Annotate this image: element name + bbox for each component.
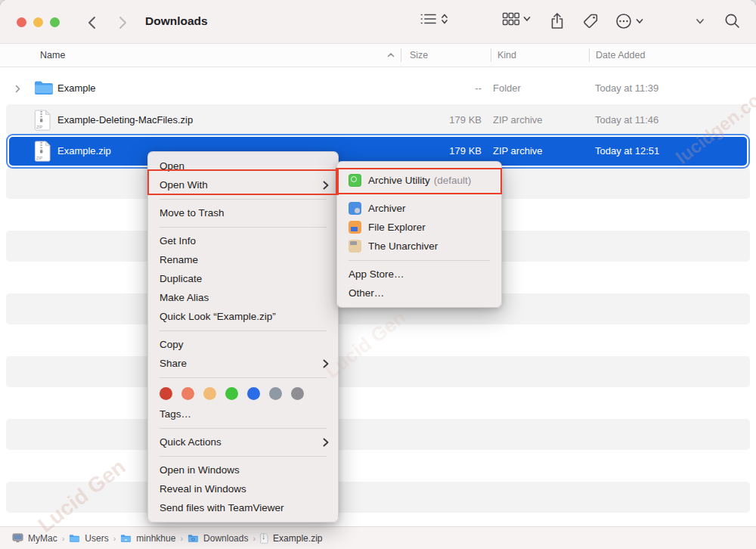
menu-item-copy[interactable]: Copy — [148, 335, 338, 354]
menu-item-send-files-teamviewer[interactable]: Send files with TeamViewer — [148, 498, 338, 517]
breadcrumb-separator: › — [180, 534, 183, 543]
menu-item-quick-actions[interactable]: Quick Actions — [148, 433, 338, 451]
file-date-added: Today at 11:46 — [595, 114, 658, 126]
tag-blue[interactable] — [247, 387, 260, 400]
forward-button[interactable] — [113, 13, 132, 33]
submenu-arrow-icon — [323, 438, 329, 447]
tag-orange[interactable] — [181, 387, 194, 400]
disclosure-chevron-icon[interactable] — [15, 85, 20, 93]
zip-file-icon: ZIP — [34, 110, 51, 131]
downloads-folder-icon — [187, 534, 199, 543]
tag-button[interactable] — [581, 12, 600, 30]
chevron-up-down-icon — [440, 12, 449, 26]
share-button[interactable] — [550, 12, 565, 30]
svg-text:ZIP: ZIP — [36, 156, 43, 160]
list-view-icon — [420, 12, 437, 26]
column-divider[interactable] — [491, 48, 491, 62]
zoom-button[interactable] — [50, 17, 60, 27]
group-by-button[interactable] — [502, 12, 531, 26]
menu-item-rename[interactable]: Rename — [148, 250, 338, 269]
chevron-right-icon — [119, 16, 127, 29]
column-header-size[interactable]: Size — [410, 50, 428, 60]
tag-gray-blue[interactable] — [269, 387, 282, 400]
submenu-item-other[interactable]: Other… — [337, 284, 501, 302]
search-button[interactable] — [723, 12, 741, 29]
tag-icon — [581, 12, 600, 30]
column-header-date-added[interactable]: Date Added — [596, 50, 645, 60]
file-row-example-deleting-macfiles-zip[interactable]: ZIP Example-Deleting-MacFiles.zip 179 KB… — [0, 104, 756, 136]
breadcrumb-separator: › — [253, 534, 256, 543]
tag-yellow[interactable] — [203, 387, 216, 400]
menu-separator — [160, 227, 327, 228]
column-header-kind[interactable]: Kind — [497, 50, 516, 60]
chevron-down-icon — [523, 16, 531, 22]
window-title: Downloads — [145, 14, 208, 28]
menu-item-move-to-trash[interactable]: Move to Trash — [148, 203, 338, 222]
folder-icon — [34, 79, 54, 96]
path-bar: MyMac › Users › minhkhue › Downloads › E… — [0, 526, 756, 549]
annotation-box-archive-utility — [336, 168, 502, 194]
menu-item-get-info[interactable]: Get Info — [148, 231, 338, 250]
file-name: Example.zip — [57, 145, 111, 157]
folder-icon — [69, 534, 80, 543]
breadcrumb-downloads[interactable]: Downloads — [187, 533, 248, 544]
tag-color-row — [148, 382, 338, 405]
file-kind: ZIP archive — [493, 114, 543, 126]
breadcrumb-users[interactable]: Users — [69, 533, 108, 544]
menu-item-reveal-in-windows[interactable]: Reveal in Windows — [148, 479, 338, 498]
more-actions-button[interactable] — [615, 12, 643, 30]
breadcrumb-mymac[interactable]: MyMac — [12, 533, 57, 544]
menu-item-make-alias[interactable]: Make Alias — [148, 288, 338, 307]
breadcrumb-example-zip[interactable]: Example.zip — [260, 533, 322, 544]
annotation-box-open-with — [147, 169, 339, 195]
menu-item-duplicate[interactable]: Duplicate — [148, 269, 338, 288]
menu-separator — [160, 330, 327, 331]
zip-file-icon: ZIP — [34, 141, 51, 162]
column-divider[interactable] — [401, 48, 401, 62]
breadcrumb-minhkhue[interactable]: minhkhue — [120, 533, 175, 544]
toolbar-overflow-button[interactable] — [696, 18, 705, 25]
svg-text:ZIP: ZIP — [36, 125, 43, 129]
submenu-item-app-store[interactable]: App Store… — [337, 265, 501, 284]
file-date-added: Today at 11:39 — [595, 82, 658, 94]
submenu-item-file-explorer[interactable]: File Explorer — [337, 218, 501, 237]
submenu-item-the-unarchiver[interactable]: The Unarchiver — [337, 237, 501, 256]
breadcrumb-separator: › — [62, 534, 65, 543]
menu-item-quick-look[interactable]: Quick Look “Example.zip” — [148, 307, 338, 326]
column-headers: Name Size Kind Date Added — [0, 44, 756, 67]
row-stripe — [6, 356, 750, 388]
file-name: Example — [57, 82, 96, 94]
unarchiver-icon — [349, 240, 361, 253]
file-size: 179 KB — [408, 145, 482, 157]
file-row-example-folder[interactable]: Example -- Folder Today at 11:39 — [0, 73, 756, 104]
tag-red[interactable] — [160, 387, 172, 400]
chevron-down-icon — [636, 18, 643, 24]
column-divider[interactable] — [589, 48, 590, 62]
chevron-left-icon — [88, 16, 96, 29]
menu-separator — [160, 199, 327, 200]
menu-separator — [349, 260, 490, 261]
menu-separator — [160, 428, 327, 429]
menu-item-share[interactable]: Share — [148, 354, 338, 373]
minimize-button[interactable] — [33, 17, 43, 27]
file-explorer-icon — [349, 221, 361, 234]
menu-item-tags[interactable]: Tags… — [148, 405, 338, 423]
search-icon — [723, 12, 741, 29]
row-stripe — [6, 482, 750, 513]
finder-window: Downloads — [0, 0, 756, 549]
sort-ascending-icon[interactable] — [387, 52, 395, 57]
view-mode-button[interactable] — [420, 12, 449, 26]
file-size: 179 KB — [408, 114, 482, 126]
column-header-name[interactable]: Name — [40, 50, 65, 60]
submenu-item-archiver[interactable]: Archiver — [337, 199, 501, 218]
close-button[interactable] — [17, 17, 26, 27]
breadcrumb-separator: › — [113, 534, 116, 543]
menu-item-open-in-windows[interactable]: Open in Windows — [148, 461, 338, 479]
computer-icon — [12, 533, 23, 543]
tag-green[interactable] — [225, 387, 238, 400]
back-button[interactable] — [82, 13, 101, 33]
chevron-down-icon — [696, 18, 705, 25]
tag-gray[interactable] — [291, 387, 304, 400]
file-name: Example-Deleting-MacFiles.zip — [57, 114, 193, 126]
ellipsis-circle-icon — [615, 12, 633, 30]
